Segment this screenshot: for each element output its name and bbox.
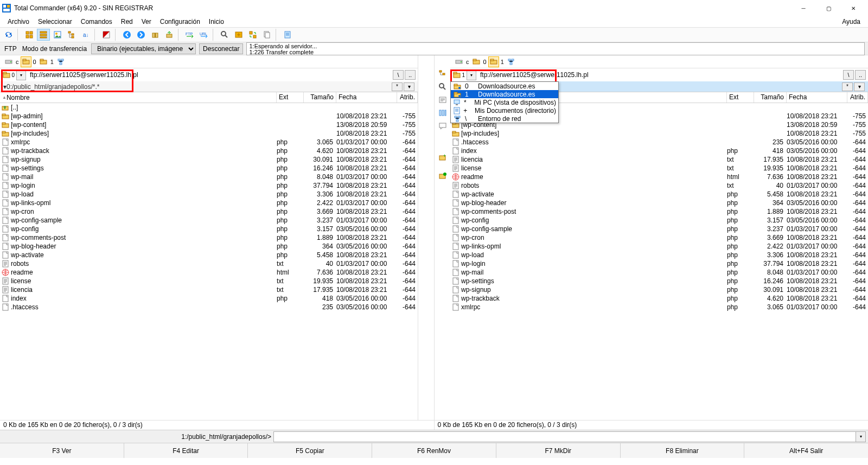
view-full-icon[interactable] [37, 29, 50, 41]
pack-icon[interactable] [149, 29, 162, 41]
left-drive-dropdown[interactable]: ▾ [16, 69, 26, 80]
file-row[interactable]: wp-activatephp5.45810/08/2018 23:21-644 [0, 251, 418, 259]
fkey-button[interactable]: F4 Editar [124, 443, 248, 458]
right-root-button[interactable]: \ [843, 70, 854, 80]
file-row[interactable]: [wp-admin]10/08/2018 23:21-755 [0, 112, 418, 120]
menu-seleccionar[interactable]: Seleccionar [34, 17, 76, 27]
menu-archivo[interactable]: Archivo [3, 17, 34, 27]
syncdir-icon[interactable] [246, 29, 259, 41]
file-row[interactable]: [wp-includes]10/08/2018 23:21-755 [450, 129, 868, 138]
file-row[interactable]: wp-comments-postphp1.88910/08/2018 23:21… [450, 207, 868, 216]
drive-dropdown-popup[interactable]: 0Downloadsource.es1Downloadsource.es*Mi … [450, 81, 559, 123]
ftp-mode-select[interactable]: Binario (ejecutables, imágene [91, 43, 196, 54]
file-row[interactable]: indexphp41803/05/2016 00:00-644 [0, 294, 418, 303]
view-brief-icon[interactable] [23, 29, 36, 41]
right-path-text[interactable]: ftp://serwer11025@serwer11025.lh.pl [477, 69, 842, 80]
file-row[interactable]: wp-configphp3.15703/05/2016 00:00-644 [450, 216, 868, 225]
file-row[interactable]: robotstxt4001/03/2017 00:00-644 [0, 259, 418, 268]
cmd-history-dropdown[interactable]: ▾ [856, 431, 866, 442]
drive-c-icon[interactable] [3, 56, 14, 67]
ftp-disconnect-button[interactable]: Desconectar [199, 43, 243, 54]
fkey-button[interactable]: F6 RenMov [372, 443, 496, 458]
right-crumb-dd[interactable]: ▾ [854, 82, 865, 91]
file-row[interactable]: wp-settingsphp16.24610/08/2018 23:21-644 [0, 164, 418, 173]
left-path-text[interactable]: ftp://serwer11025@serwer11025.lh.pl [27, 69, 392, 80]
view-thumbs-icon[interactable] [51, 29, 64, 41]
file-row[interactable]: readmehtml7.63610/08/2018 23:21-644 [0, 268, 418, 277]
file-row[interactable]: wp-signupphp30.09110/08/2018 23:21-644 [0, 155, 418, 164]
file-row[interactable]: wp-loginphp37.79410/08/2018 23:21-644 [0, 181, 418, 190]
fkey-button[interactable]: Alt+F4 Salir [744, 443, 868, 458]
file-row[interactable]: .htaccess23503/05/2016 00:00-644 [0, 303, 418, 311]
file-row[interactable]: wp-cronphp3.66910/08/2018 23:21-644 [450, 233, 868, 242]
file-row[interactable]: .htaccess23503/05/2016 00:00-644 [450, 138, 868, 146]
file-row[interactable]: wp-signupphp30.09110/08/2018 23:21-644 [450, 285, 868, 294]
side-view-icon[interactable] [437, 81, 449, 92]
file-row[interactable]: licensetxt19.93510/08/2018 23:21-644 [0, 277, 418, 285]
dropdown-item[interactable]: *Mi PC (vista de dispositivos) [451, 98, 558, 106]
file-row[interactable]: wp-comments-postphp1.88910/08/2018 23:21… [0, 233, 418, 242]
file-row[interactable]: indexphp41803/05/2016 00:00-644 [450, 146, 868, 155]
dropdown-item[interactable]: \Entorno de red [451, 114, 558, 123]
left-columns-header[interactable]: Nombre Ext Tamaño Fecha Atrib. [0, 92, 418, 103]
file-row[interactable]: wp-mailphp8.04801/03/2017 00:00-644 [0, 173, 418, 181]
file-row[interactable]: wp-trackbackphp4.62010/08/2018 23:21-644 [450, 294, 868, 303]
drive-0-icon[interactable] [21, 56, 31, 67]
file-row[interactable]: xmlrpcphp3.06501/03/2017 00:00-644 [0, 138, 418, 146]
close-button[interactable]: ✕ [841, 0, 866, 16]
multitool-icon[interactable] [232, 29, 245, 41]
left-crumb-dd[interactable]: ▾ [404, 82, 414, 91]
file-row[interactable]: wp-configphp3.15703/05/2016 00:00-644 [0, 225, 418, 233]
file-row[interactable]: xmlrpcphp3.06501/03/2017 00:00-644 [450, 303, 868, 311]
drive-c-icon[interactable] [454, 56, 464, 67]
right-drive-dropdown[interactable]: ▾ [467, 69, 476, 80]
side-cols-icon[interactable] [437, 107, 449, 118]
file-row[interactable]: wp-mailphp8.04801/03/2017 00:00-644 [450, 268, 868, 277]
menu-ver[interactable]: Ver [137, 17, 156, 27]
forward-icon[interactable] [135, 29, 148, 41]
side-quickview-icon[interactable] [437, 94, 449, 105]
left-drive-button[interactable]: 0 [2, 69, 15, 80]
file-row[interactable]: wp-cronphp3.66910/08/2018 23:21-644 [0, 207, 418, 216]
fkey-button[interactable]: F7 MkDir [496, 443, 621, 458]
ftp-connect-icon[interactable]: FTP [183, 29, 196, 41]
drive-1-icon[interactable] [488, 56, 499, 67]
fkey-button[interactable]: F5 Copiar [248, 443, 372, 458]
notepad-icon[interactable] [281, 29, 294, 41]
side-favfolder-icon[interactable] [437, 170, 449, 181]
file-row[interactable]: wp-activatephp5.45810/08/2018 23:21-644 [450, 190, 868, 199]
right-up-button[interactable]: .. [855, 70, 866, 80]
side-comment-icon[interactable] [437, 120, 449, 131]
file-row[interactable]: wp-config-samplephp3.23701/03/2017 00:00… [0, 216, 418, 225]
file-row[interactable]: wp-blog-headerphp36403/05/2016 00:00-644 [0, 242, 418, 251]
file-row[interactable]: licenciatxt17.93510/08/2018 23:21-644 [450, 155, 868, 164]
file-row[interactable]: wp-loadphp3.30610/08/2018 23:21-644 [0, 190, 418, 199]
file-row[interactable]: licensetxt19.93510/08/2018 23:21-644 [450, 164, 868, 173]
file-row[interactable]: wp-loadphp3.30610/08/2018 23:21-644 [450, 251, 868, 259]
right-star-button[interactable]: * [842, 82, 853, 91]
dropdown-item[interactable]: +Mis Documentos (directorio) [451, 106, 558, 114]
file-row[interactable]: wp-blog-headerphp36403/05/2016 00:00-644 [450, 199, 868, 207]
fkey-button[interactable]: F3 Ver [0, 443, 124, 458]
cmd-input[interactable] [273, 431, 856, 442]
file-row[interactable]: [..] [0, 103, 418, 112]
side-tree-icon[interactable] [437, 68, 449, 79]
file-row[interactable]: licenciatxt17.93510/08/2018 23:21-644 [0, 285, 418, 294]
left-root-button[interactable]: \ [393, 70, 404, 80]
file-row[interactable]: [wp-content]13/08/2018 20:59-755 [0, 120, 418, 129]
file-row[interactable]: [wp-includes]10/08/2018 23:21-755 [0, 129, 418, 138]
maximize-button[interactable]: ▢ [816, 0, 841, 16]
left-file-list[interactable]: [..][wp-admin]10/08/2018 23:21-755[wp-co… [0, 103, 418, 420]
file-row[interactable]: wp-trackbackphp4.62010/08/2018 23:21-644 [0, 146, 418, 155]
file-row[interactable]: wp-config-samplephp3.23701/03/2017 00:00… [450, 225, 868, 233]
right-drive-button[interactable]: 1 [452, 69, 465, 80]
unpack-icon[interactable] [163, 29, 176, 41]
refresh-icon[interactable] [2, 29, 15, 41]
view-tree-icon[interactable] [65, 29, 78, 41]
file-row[interactable]: wp-links-opmlphp2.42201/03/2017 00:00-64… [0, 199, 418, 207]
left-up-button[interactable]: .. [405, 70, 416, 80]
file-row[interactable]: wp-links-opmlphp2.42201/03/2017 00:00-64… [450, 242, 868, 251]
drive-0-icon[interactable] [471, 56, 482, 67]
file-row[interactable]: wp-loginphp37.79410/08/2018 23:21-644 [450, 259, 868, 268]
fkey-button[interactable]: F8 Eliminar [621, 443, 745, 458]
